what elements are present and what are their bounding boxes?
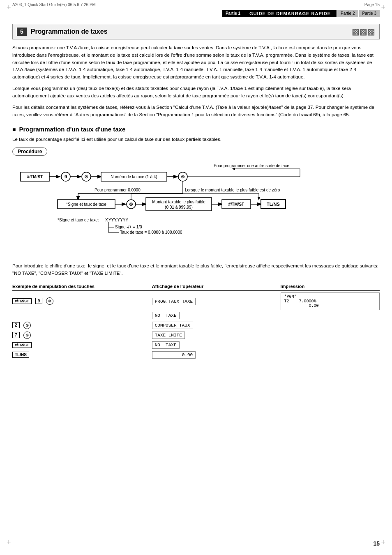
svg-text:⊗: ⊗ — [181, 174, 185, 180]
key-x3: ⊗ — [23, 332, 31, 339]
nav-partie3: Partie 3 — [359, 10, 380, 17]
svg-text:YYY.YYYY: YYY.YYYY — [108, 218, 129, 222]
row6-keys: TL/NS — [12, 352, 152, 358]
paragraph-1: Si vous programmez une T.V.A./taxe, la c… — [12, 44, 380, 81]
row5-keys: #/TM/ST — [12, 342, 152, 348]
table-row: 7 ⊗ TAXE LMITE — [12, 331, 380, 340]
svg-text:9: 9 — [65, 174, 67, 179]
paragraph-2: Lorsque vous programmez un (des) taux de… — [12, 85, 380, 100]
col-print-header: Impression — [281, 284, 380, 289]
svg-text:X: X — [105, 218, 108, 222]
display-box-4: TAXE LMITE — [152, 332, 185, 339]
display-box-2: NO TAXE — [152, 312, 180, 319]
print-line1: *PGM* — [284, 295, 376, 299]
print-area: *PGM* T2 7.0000% 0.00 — [281, 292, 380, 310]
svg-text:Lorsque le montant taxable le : Lorsque le montant taxable le plus faibl… — [185, 188, 280, 192]
nav-partie2: Partie 2 — [337, 10, 358, 17]
print-line3: 0.00 — [284, 304, 376, 308]
nav-partie1: Partie 1 — [222, 10, 244, 17]
table-header: Exemple de manipulation des touches Affi… — [12, 284, 380, 291]
section-title: Programmation de taxes — [31, 28, 108, 35]
display-box-1: PROG.TAUX TAXE — [152, 298, 196, 305]
display-box-5: NO TAXE — [152, 341, 180, 349]
svg-text:Montant taxable le plus faible: Montant taxable le plus faible — [152, 200, 205, 204]
svg-text:Signe -/+ = 1/0: Signe -/+ = 1/0 — [115, 225, 142, 229]
page-container: + + + + A203_1 Quick Start Guide(Fr) 06.… — [0, 0, 392, 555]
svg-text:Numéro de la taxe (1 à 4): Numéro de la taxe (1 à 4) — [111, 175, 157, 179]
section-number: 5 — [17, 28, 27, 36]
description-para: Pour introduire le chiffre d'une taxe, l… — [12, 263, 380, 277]
subsection-title: Programmation d'un taux d'une taxe — [12, 126, 380, 133]
paragraph-3: Pour les détails concernant les systèmes… — [12, 104, 380, 119]
print-line2: T2 7.0000% — [284, 299, 376, 304]
svg-text:Pour programmer 0.0000: Pour programmer 0.0000 — [95, 188, 141, 192]
row3-display: COMPOSER TAUX — [152, 322, 281, 328]
content-area: Si vous programmez une T.V.A./taxe, la c… — [0, 44, 392, 359]
row1-display: PROG.TAUX TAXE — [152, 299, 281, 304]
svg-text:TL/NS: TL/NS — [267, 202, 280, 207]
svg-text:Taux de taxe = 0.0000 à 100.00: Taux de taxe = 0.0000 à 100.0000 — [120, 230, 182, 235]
table-row: NO TAXE — [12, 311, 380, 320]
flowchart-diagram: Pour programmer une autre sorte de taxe … — [12, 161, 380, 259]
row2-display: NO TAXE — [152, 313, 281, 318]
table-row: #/TM/ST 9 ⊗ PROG.TAUX TAXE *PGM* T2 7.00… — [12, 292, 380, 310]
table-row: TL/NS 0.00 — [12, 350, 380, 359]
svg-text:#/TM/ST: #/TM/ST — [228, 202, 244, 207]
file-info: A203_1 Quick Start Guide(Fr) 06.5.6 7:26… — [12, 2, 96, 7]
row1-print: *PGM* T2 7.0000% 0.00 — [281, 292, 380, 310]
col-keys-header: Exemple de manipulation des touches — [12, 284, 152, 289]
example-table: Exemple de manipulation des touches Affi… — [12, 284, 380, 359]
crosshair-br: + — [381, 538, 385, 547]
key-tmst: #/TM/ST — [12, 298, 32, 304]
section-icon: ▩▩▩ — [352, 27, 375, 37]
page-number: 15 — [373, 540, 380, 547]
table-row: 2 ⊗ COMPOSER TAUX — [12, 321, 380, 330]
row4-keys: 7 ⊗ — [12, 332, 152, 339]
row4-display: TAXE LMITE — [152, 332, 281, 338]
display-box-3: COMPOSER TAUX — [152, 322, 193, 329]
row5-display: NO TAXE — [152, 342, 281, 348]
flowchart-svg: Pour programmer une autre sorte de taxe … — [12, 161, 370, 255]
svg-text:(0.01 à 999.99): (0.01 à 999.99) — [165, 205, 193, 210]
row6-display: 0.00 — [152, 352, 281, 357]
note-top: Pour programmer une autre sorte de taxe — [214, 164, 289, 168]
key-x2: ⊗ — [23, 322, 31, 329]
key-tmst2: #/TM/ST — [12, 342, 32, 348]
svg-text:*Signe et taux de taxe: *Signe et taux de taxe — [66, 202, 106, 207]
section-header: 5 Programmation de taxes ▩▩▩ — [12, 24, 380, 39]
svg-text:#/TM/ST: #/TM/ST — [27, 175, 43, 179]
crosshair-tl: + — [7, 3, 11, 12]
svg-text:⊗: ⊗ — [84, 174, 88, 180]
col-display-header: Affichage de l'opérateur — [152, 284, 281, 289]
display-box-6: 0.00 — [152, 351, 196, 359]
page-ref: Page 15 — [364, 2, 380, 7]
nav-guide-label: GUIDE DE DEMARRAGE RAPIDE — [244, 10, 337, 17]
key-7: 7 — [12, 332, 20, 338]
key-tlns: TL/NS — [12, 352, 29, 358]
key-2: 2 — [12, 322, 20, 328]
table-row: #/TM/ST NO TAXE — [12, 341, 380, 350]
header-top: A203_1 Quick Start Guide(Fr) 06.5.6 7:26… — [0, 0, 392, 8]
procedure-badge: Procédure — [12, 147, 47, 156]
svg-text:⊗: ⊗ — [129, 201, 133, 207]
nav-bar: Partie 1 GUIDE DE DEMARRAGE RAPIDE Parti… — [0, 8, 392, 17]
subsection-intro: Le taux de pourcentage spécifié ici est … — [12, 136, 380, 143]
row3-keys: 2 ⊗ — [12, 322, 152, 329]
crosshair-tr: + — [381, 3, 385, 12]
row1-keys: #/TM/ST 9 ⊗ — [12, 297, 152, 305]
crosshair-bl: + — [7, 538, 11, 547]
key-9: 9 — [35, 298, 43, 304]
svg-text:*Signe et taux de taxe:: *Signe et taux de taxe: — [58, 218, 99, 222]
key-x1: ⊗ — [46, 297, 53, 305]
